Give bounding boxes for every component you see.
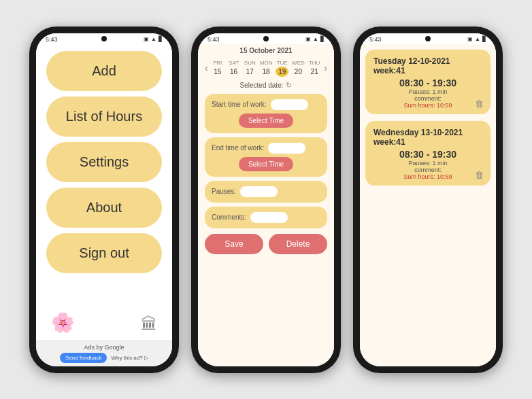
delete-tuesday-icon[interactable]: 🗑	[475, 99, 484, 109]
wednesday-time: 08:30 - 19:30	[373, 149, 482, 160]
battery-icon-2: ▊	[320, 36, 325, 42]
comments-input[interactable]	[250, 212, 288, 223]
cal-day-tue[interactable]: TUE 19	[276, 60, 288, 77]
phone-3-list: 5:43 ▣ ▲ ▊ Tuesday 12-10-2021 week:41	[353, 27, 503, 373]
wifi-icon-2: ▲	[313, 36, 318, 42]
why-ad-link[interactable]: Why this ad? ▷	[111, 355, 148, 361]
day-num-20: 20	[292, 67, 305, 77]
tuesday-sum: Sum hours: 10:59	[373, 102, 482, 109]
form-content: 15 October 2021 ‹ FRI 15 SAT 16 SUN 17	[198, 44, 334, 366]
ads-label: Ads by Google	[36, 344, 172, 351]
phone-3-screen: 5:43 ▣ ▲ ▊ Tuesday 12-10-2021 week:41	[360, 33, 496, 366]
hours-card-wednesday: Wednesday 13-10-2021 week:41 08:30 - 19:…	[365, 121, 491, 186]
pauses-input[interactable]	[240, 186, 278, 197]
menu-content: Add List of Hours Settings About Sign ou…	[36, 44, 172, 341]
day-label-thu: THU	[309, 60, 320, 66]
send-feedback-button[interactable]: Send feedback	[60, 353, 107, 363]
list-content: Tuesday 12-10-2021 week:41 08:30 - 19:30…	[360, 44, 496, 366]
wednesday-comment: comment:	[373, 167, 482, 173]
start-time-input[interactable]	[271, 99, 308, 110]
end-time-block: End time of work: Select Time	[205, 137, 327, 177]
wednesday-sum: Sum hours: 10:59	[373, 173, 482, 180]
settings-button[interactable]: Settings	[46, 142, 162, 182]
time-3: 5:43	[369, 36, 382, 43]
time-2: 5:43	[207, 36, 220, 43]
form-actions: Save Delete	[205, 234, 327, 254]
pauses-row: Pauses:	[212, 186, 320, 197]
cal-day-mon[interactable]: MON 18	[259, 60, 272, 77]
wednesday-pauses: Pauses: 1 min	[373, 160, 482, 167]
cal-day-wed[interactable]: WED 20	[292, 60, 305, 77]
wednesday-title: Wednesday 13-10-2021 week:41	[373, 128, 482, 147]
refresh-icon[interactable]: ↻	[286, 81, 292, 90]
tuesday-title: Tuesday 12-10-2021 week:41	[373, 56, 482, 75]
calendar-days-row: ‹ FRI 15 SAT 16 SUN 17 MON	[205, 60, 327, 77]
start-time-block: Start time of work: Select Time	[205, 94, 327, 133]
delete-button[interactable]: Delete	[269, 234, 327, 254]
add-button[interactable]: Add	[46, 51, 162, 91]
phones-container: 5:43 ▣ ▲ ▊ Add List of Hours Settings Ab…	[22, 20, 510, 380]
day-num-15: 15	[211, 67, 224, 77]
end-time-row: End time of work:	[212, 143, 320, 154]
day-label-tue: TUE	[277, 60, 288, 66]
day-label-sat: SAT	[229, 60, 239, 66]
signal-icon-2: ▣	[305, 36, 311, 42]
comments-label: Comments:	[212, 213, 246, 221]
status-icons-2: ▣ ▲ ▊	[305, 36, 325, 42]
tuesday-pauses: Pauses: 1 min	[373, 88, 482, 95]
signal-icon: ▣	[144, 36, 149, 42]
pauses-label: Pauses:	[212, 188, 236, 195]
status-bar-2: 5:43 ▣ ▲ ▊	[198, 33, 334, 44]
battery-icon-3: ▊	[482, 36, 486, 42]
status-icons-1: ▣ ▲ ▊	[144, 36, 163, 42]
camera-dot-1	[101, 36, 107, 41]
camera-dot-2	[263, 36, 269, 41]
day-num-21: 21	[308, 67, 321, 77]
cal-day-sun[interactable]: SUN 17	[244, 60, 256, 77]
end-time-input[interactable]	[268, 143, 305, 154]
sign-out-button[interactable]: Sign out	[46, 233, 162, 273]
comments-row: Comments:	[212, 212, 320, 223]
comments-block: Comments:	[205, 207, 327, 228]
day-label-sun: SUN	[244, 60, 256, 66]
tuesday-comment: comment:	[373, 95, 482, 102]
day-label-fri: FRI	[213, 60, 222, 66]
phone-2-screen: 5:43 ▣ ▲ ▊ 15 October 2021 ‹ FRI 15	[198, 33, 334, 366]
end-time-label: End time of work:	[212, 144, 264, 152]
status-bar-3: 5:43 ▣ ▲ ▊	[360, 33, 496, 44]
building-decoration: 🏛	[141, 315, 157, 334]
cal-day-sat[interactable]: SAT 16	[227, 60, 240, 77]
status-bar-1: 5:43 ▣ ▲ ▊	[36, 33, 172, 44]
signal-icon-3: ▣	[467, 36, 473, 42]
flower-decoration: 🌸	[51, 311, 75, 334]
selected-date-label: Selected date:	[240, 82, 284, 89]
selected-date-row: Selected date: ↻	[205, 81, 327, 90]
next-month-nav[interactable]: ›	[324, 63, 327, 73]
phone-2-form: 5:43 ▣ ▲ ▊ 15 October 2021 ‹ FRI 15	[191, 27, 341, 373]
ads-bar: Ads by Google Send feedback Why this ad?…	[36, 341, 172, 366]
phone-1-screen: 5:43 ▣ ▲ ▊ Add List of Hours Settings Ab…	[36, 33, 172, 366]
day-num-18: 18	[259, 67, 272, 77]
cal-day-thu[interactable]: THU 21	[308, 60, 321, 77]
day-num-19: 19	[276, 67, 288, 77]
start-time-label: Start time of work:	[212, 101, 267, 108]
battery-icon: ▊	[159, 36, 163, 42]
select-end-time-button[interactable]: Select Time	[239, 157, 293, 171]
wifi-icon-3: ▲	[475, 36, 480, 42]
prev-month-nav[interactable]: ‹	[205, 63, 208, 73]
save-button[interactable]: Save	[205, 234, 263, 254]
day-num-17: 17	[244, 67, 256, 77]
tuesday-time: 08:30 - 19:30	[373, 77, 482, 88]
cal-day-fri[interactable]: FRI 15	[211, 60, 224, 77]
day-num-16: 16	[227, 67, 240, 77]
select-start-time-button[interactable]: Select Time	[239, 114, 293, 128]
calendar-title: 15 October 2021	[205, 47, 327, 54]
status-icons-3: ▣ ▲ ▊	[467, 36, 486, 42]
ads-area: 🌸 🏛	[46, 281, 163, 334]
time-1: 5:43	[46, 36, 58, 43]
day-label-wed: WED	[292, 60, 305, 66]
delete-wednesday-icon[interactable]: 🗑	[475, 170, 484, 180]
phone-1-menu: 5:43 ▣ ▲ ▊ Add List of Hours Settings Ab…	[29, 27, 179, 373]
about-button[interactable]: About	[46, 188, 162, 228]
list-of-hours-button[interactable]: List of Hours	[46, 97, 162, 137]
